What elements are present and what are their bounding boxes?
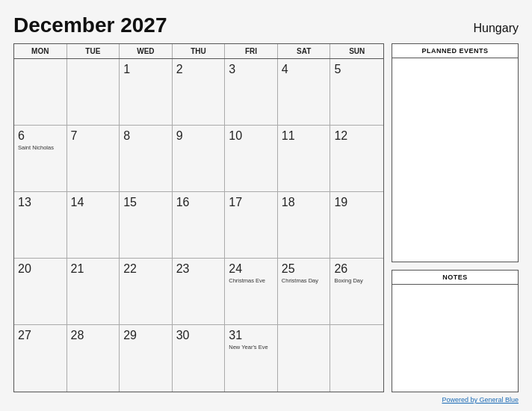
cal-cell: 22	[120, 259, 173, 325]
cell-number: 7	[71, 129, 116, 143]
cell-label: Christmas Eve	[229, 277, 273, 285]
cal-cell	[14, 59, 67, 126]
cal-cell: 21	[67, 259, 120, 325]
cell-number: 25	[282, 262, 327, 276]
notes-box: NOTES	[392, 270, 519, 392]
cal-cell: 1	[120, 59, 173, 126]
cal-cell: 3	[225, 59, 278, 126]
header: December 2027 Hungary	[13, 13, 519, 37]
cal-cell: 30	[173, 325, 226, 392]
cell-number: 22	[123, 262, 168, 276]
cell-number: 5	[334, 62, 380, 76]
cell-number: 9	[176, 129, 221, 143]
day-header: SUN	[330, 44, 383, 58]
cal-cell: 23	[173, 259, 226, 325]
cal-cell: 11	[278, 126, 331, 192]
cell-number: 2	[176, 62, 221, 76]
cal-cell: 10	[225, 126, 278, 192]
cell-number: 21	[71, 262, 116, 276]
cal-cell: 25Christmas Day	[278, 259, 331, 325]
cal-cell: 4	[278, 59, 331, 126]
cell-number: 27	[18, 328, 63, 342]
notes-title: NOTES	[392, 271, 518, 285]
cell-number: 18	[282, 195, 327, 209]
cal-cell	[67, 59, 120, 126]
cell-number: 4	[282, 62, 327, 76]
cell-number: 8	[123, 129, 168, 143]
cell-number: 19	[334, 195, 380, 209]
day-header: TUE	[67, 44, 120, 58]
cell-number: 30	[176, 328, 221, 342]
day-header: THU	[173, 44, 226, 58]
cell-number: 26	[334, 262, 380, 276]
cell-number: 16	[176, 195, 221, 209]
cal-cell: 8	[120, 126, 173, 192]
cal-cell: 13	[14, 192, 67, 259]
cal-cell: 7	[67, 126, 120, 192]
cell-number: 20	[18, 262, 63, 276]
planned-events-content	[392, 58, 518, 262]
cell-number: 13	[18, 195, 63, 209]
cal-cell: 18	[278, 192, 331, 259]
day-header: SAT	[278, 44, 331, 58]
planned-events-box: PLANNED EVENTS	[392, 43, 519, 262]
cal-cell: 29	[120, 325, 173, 392]
cell-label: Saint Nicholas	[18, 144, 63, 152]
cal-cell: 15	[120, 192, 173, 259]
cell-number: 31	[229, 328, 273, 342]
cal-cell: 24Christmas Eve	[225, 259, 278, 325]
day-header: WED	[120, 44, 173, 58]
cell-number: 1	[123, 62, 168, 76]
footer: Powered by General Blue	[13, 396, 519, 404]
calendar-section: MONTUEWEDTHUFRISATSUN 123456Saint Nichol…	[13, 43, 384, 392]
cell-number: 12	[334, 129, 380, 143]
cal-cell: 31New Year's Eve	[225, 325, 278, 392]
notes-content	[392, 285, 518, 392]
cell-number: 28	[71, 328, 116, 342]
main-area: MONTUEWEDTHUFRISATSUN 123456Saint Nichol…	[13, 43, 519, 392]
cal-cell: 14	[67, 192, 120, 259]
cal-cell: 27	[14, 325, 67, 392]
cell-label: New Year's Eve	[229, 344, 273, 351]
calendar-grid: 123456Saint Nicholas78910111213141516171…	[14, 59, 383, 392]
cell-number: 23	[176, 262, 221, 276]
cell-number: 24	[229, 262, 273, 276]
cell-number: 14	[71, 195, 116, 209]
cell-number: 11	[282, 129, 327, 143]
cal-cell: 6Saint Nicholas	[14, 126, 67, 192]
day-header: FRI	[225, 44, 278, 58]
cal-cell: 2	[173, 59, 226, 126]
cal-cell: 9	[173, 126, 226, 192]
cal-cell: 5	[330, 59, 383, 126]
page: December 2027 Hungary MONTUEWEDTHUFRISAT…	[0, 0, 532, 411]
sidebar: PLANNED EVENTS NOTES	[392, 43, 519, 392]
month-title: December 2027	[13, 13, 167, 37]
cal-cell: 16	[173, 192, 226, 259]
day-headers: MONTUEWEDTHUFRISATSUN	[14, 44, 383, 59]
cal-cell: 20	[14, 259, 67, 325]
cal-cell: 28	[67, 325, 120, 392]
cal-cell: 26Boxing Day	[330, 259, 383, 325]
cell-number: 3	[229, 62, 273, 76]
cell-label: Christmas Day	[282, 277, 327, 285]
cell-label: Boxing Day	[334, 277, 380, 285]
cell-number: 29	[123, 328, 168, 342]
powered-by-link[interactable]: Powered by General Blue	[442, 396, 519, 404]
cell-number: 6	[18, 129, 63, 143]
cal-cell	[330, 325, 383, 392]
day-header: MON	[14, 44, 67, 58]
cal-cell: 12	[330, 126, 383, 192]
country-name: Hungary	[474, 22, 519, 35]
cell-number: 15	[123, 195, 168, 209]
cal-cell: 17	[225, 192, 278, 259]
planned-events-title: PLANNED EVENTS	[392, 44, 518, 58]
cell-number: 10	[229, 129, 273, 143]
cal-cell	[278, 325, 331, 392]
cell-number: 17	[229, 195, 273, 209]
cal-cell: 19	[330, 192, 383, 259]
